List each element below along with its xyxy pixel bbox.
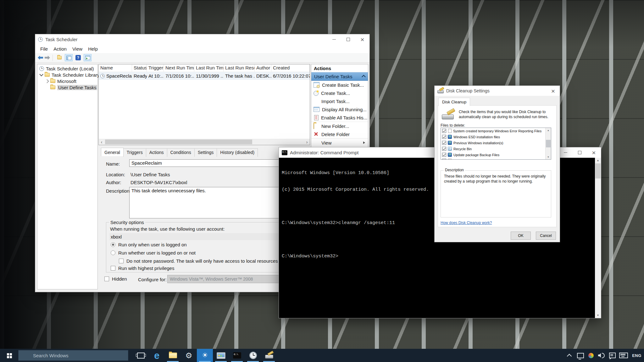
column-last-run-result[interactable]: Last Run Result — [224, 64, 255, 72]
list-item[interactable]: Update package Backup Files — [441, 152, 551, 158]
taskbar-search-input[interactable]: Search Windows — [18, 350, 128, 361]
scroll-left-icon[interactable]: ‹ — [99, 139, 104, 145]
ok-button[interactable]: OK — [511, 232, 531, 240]
console-tree-toggle-button[interactable] — [65, 54, 73, 61]
close-button[interactable] — [547, 86, 560, 96]
action-delete-folder[interactable]: Delete Folder — [311, 130, 368, 138]
checkbox-no-password[interactable]: Do not store password. The task will onl… — [119, 258, 278, 264]
files-list-scrollbar[interactable]: ▲ ▼ — [545, 128, 551, 159]
task-view-button[interactable] — [133, 349, 149, 362]
checkbox-icon[interactable] — [104, 277, 109, 281]
radio-selected-icon[interactable] — [111, 242, 115, 247]
checkbox-checked-icon[interactable] — [442, 147, 446, 151]
action-enable-history[interactable]: Enable All Tasks His... — [311, 113, 368, 122]
control-panel-button[interactable] — [213, 349, 229, 362]
settings-button[interactable] — [181, 349, 197, 362]
scrollbar-thumb[interactable] — [546, 140, 551, 147]
tab-conditions[interactable]: Conditions — [167, 148, 195, 157]
maximize-button[interactable] — [573, 147, 587, 158]
list-item-partial[interactable] — [441, 158, 551, 160]
tab-disk-cleanup[interactable]: Disk Cleanup — [438, 98, 470, 106]
language-indicator[interactable]: ENG — [630, 349, 644, 362]
file-explorer-button[interactable] — [165, 349, 181, 362]
column-last-run-time[interactable]: Last Run Time — [194, 64, 224, 72]
forward-icon[interactable] — [45, 56, 50, 60]
close-button[interactable] — [587, 147, 601, 158]
action-create-basic-task[interactable]: Create Basic Task... — [311, 81, 368, 89]
action-new-folder[interactable]: New Folder... — [311, 122, 368, 130]
weather-app-button[interactable] — [197, 349, 213, 362]
action-display-all-running[interactable]: Display All Running... — [311, 105, 368, 113]
tab-triggers[interactable]: Triggers — [123, 148, 146, 157]
scroll-up-icon[interactable]: ▲ — [546, 128, 551, 133]
export-list-button[interactable] — [55, 54, 63, 61]
tree-item-library[interactable]: Task Scheduler Library — [37, 72, 97, 78]
checkbox-checked-icon[interactable] — [442, 153, 446, 157]
disk-cleanup-titlebar[interactable]: Disk Cleanup Settings — [435, 86, 560, 96]
column-next-run-time[interactable]: Next Run Time — [164, 64, 194, 72]
touch-keyboard-button[interactable] — [618, 349, 630, 362]
collapse-icon[interactable] — [362, 75, 366, 79]
edge-button[interactable] — [149, 349, 165, 362]
action-import-task[interactable]: Import Task... — [311, 97, 368, 105]
chevron-right-icon[interactable] — [45, 79, 49, 83]
minimize-button[interactable] — [327, 34, 341, 45]
tree-item-microsoft[interactable]: Microsoft — [37, 78, 97, 84]
menu-view[interactable]: View — [69, 46, 85, 52]
tab-actions[interactable]: Actions — [146, 148, 167, 157]
action-create-task[interactable]: Create Task... — [311, 89, 368, 97]
column-author[interactable]: Author — [255, 64, 271, 72]
scroll-up-icon[interactable]: ▲ — [595, 158, 601, 163]
volume-control[interactable] — [596, 349, 607, 362]
checkbox-checked-icon[interactable] — [442, 135, 446, 139]
back-icon[interactable] — [38, 56, 43, 60]
checkbox-icon[interactable] — [442, 159, 446, 160]
action-pane-toggle-button[interactable] — [84, 54, 92, 61]
scroll-right-icon[interactable]: › — [304, 139, 310, 145]
help-button[interactable] — [74, 54, 82, 61]
action-center-button[interactable] — [607, 349, 618, 362]
column-created[interactable]: Created — [271, 64, 310, 72]
start-button[interactable] — [0, 349, 18, 362]
how-disk-cleanup-works-link[interactable]: How does Disk Cleanup work? — [441, 221, 492, 225]
vertical-scrollbar[interactable]: ▲ ▼ — [595, 158, 601, 318]
menu-file[interactable]: File — [37, 46, 51, 52]
tree-item-user-define-tasks[interactable]: User Define Tasks — [37, 84, 97, 90]
task-scheduler-taskbar-button[interactable] — [245, 349, 261, 362]
list-item[interactable]: System created temporary Windows Error R… — [441, 128, 551, 134]
scroll-down-icon[interactable]: ▼ — [595, 313, 601, 318]
checkbox-icon[interactable] — [119, 259, 124, 263]
column-triggers[interactable]: Triggers — [147, 64, 164, 72]
actions-group-header[interactable]: User Define Tasks — [311, 72, 368, 81]
tree-item-local[interactable]: Task Scheduler (Local) — [37, 65, 97, 72]
chevron-down-icon[interactable] — [39, 72, 43, 76]
table-row[interactable]: SpaceReclaim Ready At 10:... 7/1/2016 10… — [99, 72, 310, 80]
command-prompt-taskbar-button[interactable] — [229, 349, 245, 362]
checkbox-icon[interactable] — [111, 266, 115, 271]
list-item[interactable]: Previous Windows installation(s) — [441, 140, 551, 146]
tray-overflow-button[interactable] — [564, 349, 575, 362]
checkbox-checked-icon[interactable] — [442, 141, 446, 145]
minimize-button[interactable] — [558, 147, 573, 158]
scrollbar-thumb[interactable] — [105, 140, 252, 144]
account-value[interactable]: xboxl — [109, 233, 303, 240]
tab-settings[interactable]: Settings — [194, 148, 217, 157]
radio-icon[interactable] — [111, 250, 115, 255]
disk-cleanup-taskbar-button[interactable] — [261, 349, 277, 362]
checkbox-hidden[interactable]: Hidden — [104, 276, 127, 282]
horizontal-scrollbar[interactable]: ‹ › — [99, 139, 310, 145]
network-status[interactable] — [575, 349, 586, 362]
scrollbar-thumb[interactable] — [595, 163, 601, 178]
close-button[interactable] — [355, 34, 369, 45]
checkbox-highest-privileges[interactable]: Run with highest privileges — [111, 266, 174, 271]
radio-run-logged-on-or-not[interactable]: Run whether user is logged on or not — [111, 250, 196, 255]
list-item[interactable]: Recycle Bin — [441, 146, 551, 152]
column-name[interactable]: Name — [99, 64, 132, 72]
checkbox-checked-icon[interactable] — [442, 129, 446, 133]
menu-help[interactable]: Help — [85, 46, 101, 52]
scroll-down-icon[interactable]: ▼ — [546, 155, 551, 159]
menu-action[interactable]: Action — [51, 46, 69, 52]
task-scheduler-titlebar[interactable]: Task Scheduler — [35, 34, 369, 45]
column-status[interactable]: Status — [132, 64, 147, 72]
tab-history[interactable]: History (disabled) — [217, 148, 258, 157]
